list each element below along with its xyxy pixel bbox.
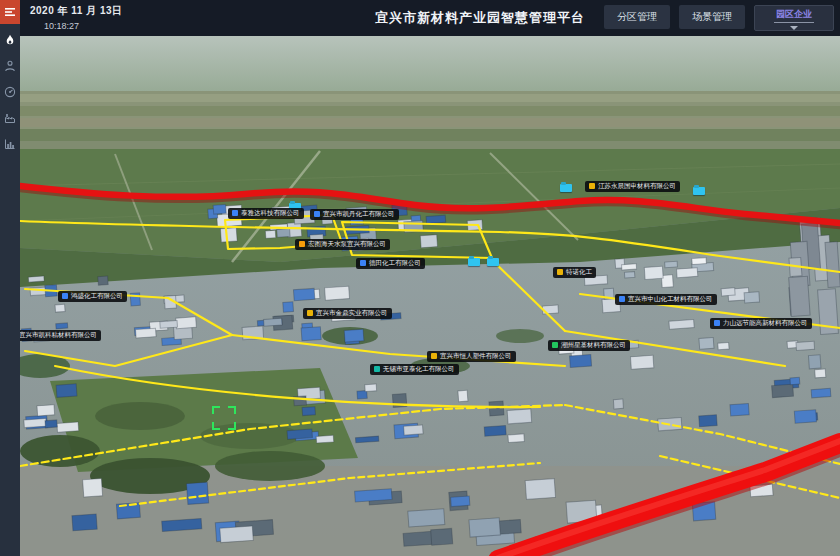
map-label[interactable]: 江苏永晨国申材料有限公司 [585,181,680,192]
menu-button[interactable] [0,0,20,24]
company-icon [431,353,437,359]
zone-management-button[interactable]: 分区管理 [604,5,670,29]
company-name: 力山远节能高新材料有限公司 [723,320,808,327]
map-label[interactable]: 特诺化工 [553,267,596,278]
company-name: 泰雅达科技有限公司 [241,210,300,217]
company-name: 宜兴市中山化工材料有限公司 [628,296,713,303]
company-name: 特诺化工 [566,269,592,276]
header: 2020 年 11 月 13日 10:18:27 宜兴市新材料产业园智慧管理平台… [20,0,840,36]
company-icon [299,241,305,247]
company-icon [619,296,625,302]
company-icon [589,183,595,189]
user-icon [4,60,16,72]
company-name: 德田化工有限公司 [369,260,421,267]
map-label[interactable]: 泰雅达科技有限公司 [228,208,304,219]
map-label[interactable]: 宏图海天水泵宜兴有限公司 [295,239,390,250]
map-label[interactable]: 德田化工有限公司 [356,258,425,269]
company-icon [62,293,68,299]
chevron-down-icon [790,26,798,30]
company-name: 宜兴市恒人塑件有限公司 [440,353,512,360]
company-icon [307,310,313,316]
map-label-layer: 泰雅达科技有限公司宜兴市凯丹化工有限公司宏图海天水泵宜兴有限公司德田化工有限公司… [20,36,840,556]
map-label[interactable]: 无锡市亚泰化工有限公司 [370,364,459,375]
company-name: 鸿盛化工有限公司 [71,293,123,300]
map-label[interactable]: 宜兴市金鼎实业有限公司 [303,308,392,319]
company-name: 江苏永晨国申材料有限公司 [598,183,676,190]
map-viewport[interactable]: 泰雅达科技有限公司宜兴市凯丹化工有限公司宏图海天水泵宜兴有限公司德田化工有限公司… [20,36,840,556]
company-name: 潮州星基材料有限公司 [561,342,626,349]
header-actions: 分区管理 场景管理 园区企业 [604,5,834,31]
current-time: 10:18:27 [44,21,123,31]
dropdown-label: 园区企业 [774,6,814,23]
vehicle-marker-icon[interactable] [487,258,499,266]
company-name: 宜兴市凯科粘材料有限公司 [20,332,97,339]
company-name: 无锡市亚泰化工有限公司 [383,366,455,373]
vehicle-marker-icon[interactable] [468,258,480,266]
gauge-icon [4,86,16,98]
company-name: 宏图海天水泵宜兴有限公司 [308,241,386,248]
sidebar-item-alarm[interactable] [0,30,20,50]
map-label[interactable]: 宜兴市中山化工材料有限公司 [615,294,717,305]
current-date: 2020 年 11 月 13日 [30,4,123,18]
vehicle-marker-icon[interactable] [560,184,572,192]
company-name: 宜兴市金鼎实业有限公司 [316,310,388,317]
park-enterprise-dropdown[interactable]: 园区企业 [754,5,834,31]
sidebar [0,0,20,556]
map-label[interactable]: 潮州星基材料有限公司 [548,340,630,351]
map-label[interactable]: 鸿盛化工有限公司 [58,291,127,302]
datetime: 2020 年 11 月 13日 10:18:27 [30,4,123,31]
menu-icon [4,6,16,18]
sidebar-item-enterprise[interactable] [0,108,20,128]
vehicle-marker-icon[interactable] [693,187,705,195]
bar-chart-icon [4,138,16,150]
company-name: 宜兴市凯丹化工有限公司 [323,211,395,218]
map-label[interactable]: 宜兴市凯丹化工有限公司 [310,209,399,220]
company-icon [360,260,366,266]
company-icon [714,320,720,326]
company-icon [314,211,320,217]
company-icon [557,269,563,275]
map-label[interactable]: 宜兴市凯科粘材料有限公司 [20,330,101,341]
factory-icon [4,112,16,124]
app-root: 2020 年 11 月 13日 10:18:27 宜兴市新材料产业园智慧管理平台… [0,0,840,556]
flame-icon [4,34,16,46]
scene-management-button[interactable]: 场景管理 [679,5,745,29]
sidebar-item-monitor[interactable] [0,82,20,102]
company-icon [374,366,380,372]
sidebar-item-statistics[interactable] [0,134,20,154]
map-label[interactable]: 力山远节能高新材料有限公司 [710,318,812,329]
map-label[interactable]: 宜兴市恒人塑件有限公司 [427,351,516,362]
company-icon [552,342,558,348]
company-icon [232,210,238,216]
sidebar-item-personnel[interactable] [0,56,20,76]
